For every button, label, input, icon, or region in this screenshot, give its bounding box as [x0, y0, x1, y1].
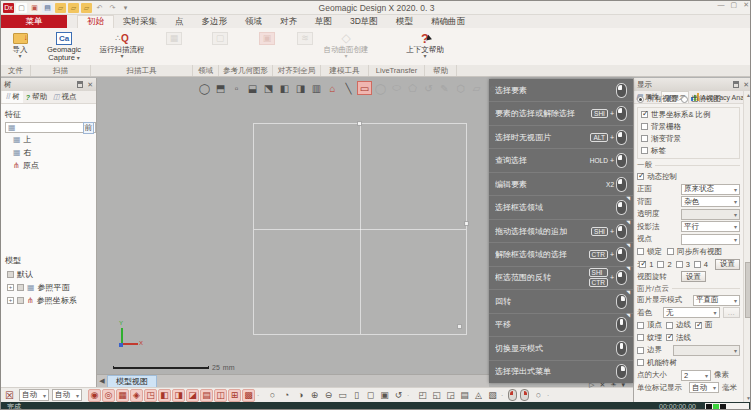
- line-select-icon[interactable]: ╲: [341, 81, 356, 95]
- plane-right-icon[interactable]: ▥: [309, 81, 324, 95]
- selection-filter-icon[interactable]: ☒: [3, 389, 16, 402]
- current-view-radio[interactable]: [681, 96, 688, 103]
- select-plus-mode-icon[interactable]: ⊞: [228, 389, 241, 402]
- extra-select-icon[interactable]: ◌: [485, 81, 500, 95]
- boundary-checkbox[interactable]: [637, 347, 644, 354]
- close-button[interactable]: ✕: [743, 1, 749, 9]
- tab-region[interactable]: 领域: [236, 15, 271, 28]
- circle-select-icon[interactable]: ◯: [373, 81, 388, 95]
- view-rotate-settings-button[interactable]: 设置: [681, 271, 706, 282]
- save-icon[interactable]: ▤: [42, 3, 53, 13]
- zoom-in-icon[interactable]: ⊕: [308, 389, 321, 402]
- hatch-icon[interactable]: ▧: [486, 389, 499, 402]
- select-corner2-mode-icon[interactable]: ◪: [186, 389, 199, 402]
- back-face-select[interactable]: 杂色▾: [681, 196, 740, 207]
- tree-item-default[interactable]: 默认: [5, 268, 96, 281]
- projection-select[interactable]: 平行▾: [681, 221, 740, 232]
- checkbox-icon[interactable]: [7, 271, 14, 278]
- select-circle-mode-icon[interactable]: ◎: [102, 389, 115, 402]
- scroll-thumb[interactable]: [745, 262, 751, 318]
- rect-select-icon[interactable]: ▭: [357, 81, 372, 95]
- tree-item-origin[interactable]: ⋔原点: [5, 159, 96, 172]
- close-icon[interactable]: ✕: [743, 81, 749, 89]
- light-4-checkbox[interactable]: [694, 261, 701, 268]
- feature-tree-checkbox[interactable]: [637, 359, 644, 366]
- checkbox-icon[interactable]: [17, 297, 24, 304]
- tree-item-top-plane[interactable]: ▦上: [5, 133, 96, 146]
- corner-br-icon[interactable]: ◲: [444, 389, 457, 402]
- zoom-out-icon[interactable]: ⊖: [322, 389, 335, 402]
- grid-handle-right[interactable]: [464, 221, 469, 226]
- panel-scrollbar[interactable]: ▲ ▼: [743, 91, 751, 402]
- pin-icon[interactable]: [733, 81, 739, 88]
- close-icon[interactable]: ✕: [87, 81, 93, 89]
- maximize-button[interactable]: ▢: [731, 1, 738, 9]
- tree-item-ref-coordsys[interactable]: +⋔参照坐标系: [5, 294, 96, 307]
- expand-icon[interactable]: +: [7, 284, 14, 291]
- menu-button[interactable]: 菜单: [1, 15, 67, 28]
- view-solid-icon[interactable]: ▣: [378, 389, 391, 402]
- vertex-checkbox[interactable]: [637, 322, 644, 329]
- world-coord-checkbox[interactable]: [641, 111, 648, 118]
- hex-select-icon[interactable]: ⬡: [453, 81, 468, 95]
- viewport[interactable]: ◯⬒▫⬓⬔◧◨▥⌂╲▭◯⬭⬠↺✎⬡▱◌ YX 25 mm ◀ 模型视图: [97, 78, 489, 387]
- tree-item-right-plane[interactable]: ▦右: [5, 146, 96, 159]
- solid-cube-icon[interactable]: ⬔: [261, 81, 276, 95]
- sync-all-views-checkbox[interactable]: [667, 248, 674, 255]
- all-views-radio[interactable]: [637, 96, 644, 103]
- import-button[interactable]: 导入 ▾: [5, 29, 35, 65]
- corner-bl-icon[interactable]: ◱: [430, 389, 443, 402]
- zoom-quarter-icon[interactable]: ◔: [280, 389, 293, 402]
- folder-icon[interactable]: ▱: [81, 3, 92, 13]
- pick-select-icon[interactable]: ▱: [469, 81, 484, 95]
- zoom-half-icon[interactable]: ◑: [294, 389, 307, 402]
- auto-mode-combo-1[interactable]: 自动▾: [19, 389, 49, 401]
- geomagic-capture-button[interactable]: Ca Geomagic Capture ▾: [37, 29, 91, 65]
- home-view-icon[interactable]: ⌂: [325, 81, 340, 95]
- tab-model[interactable]: 模型: [387, 15, 422, 28]
- grid-handle-corner[interactable]: [457, 324, 462, 329]
- tab-point[interactable]: 点: [166, 15, 193, 28]
- mesh-display-mode-select[interactable]: 平直面▾: [693, 295, 740, 306]
- select-shade-mode-icon[interactable]: ▩: [242, 389, 255, 402]
- minimize-button[interactable]: —: [718, 1, 725, 9]
- folder-icon[interactable]: ▱: [55, 3, 66, 13]
- view-tall-icon[interactable]: ▯: [350, 389, 363, 402]
- auto-mode-combo-2[interactable]: 自动▾: [52, 389, 82, 401]
- context-help-button[interactable]: ? 上下文帮助 ▾: [403, 29, 447, 65]
- panel-tab-tree[interactable]: ⠿树: [2, 91, 23, 103]
- plane-front-icon[interactable]: ◧: [277, 81, 292, 95]
- tab-3d-sketch[interactable]: 3D草图: [341, 15, 387, 28]
- scroll-down-icon[interactable]: ▼: [745, 395, 751, 401]
- tab-align[interactable]: 对齐: [271, 15, 306, 28]
- select-mesh-mode-icon[interactable]: ▦: [116, 389, 129, 402]
- panel-tab-help[interactable]: ?帮助: [23, 91, 50, 103]
- quick-access-caret-icon[interactable]: ▾: [120, 3, 131, 13]
- select-half-right-mode-icon[interactable]: ◨: [172, 389, 185, 402]
- select-split-mode-icon[interactable]: ◫: [214, 389, 227, 402]
- select-half-left-mode-icon[interactable]: ◧: [158, 389, 171, 402]
- checkbox-icon[interactable]: [17, 284, 24, 291]
- unit-select[interactable]: 自动▾: [689, 382, 719, 393]
- undo-icon[interactable]: ↶: [94, 3, 105, 13]
- pen-select-icon[interactable]: ✎: [437, 81, 452, 95]
- select-corner-mode-icon[interactable]: ◳: [144, 389, 157, 402]
- dynamic-control-checkbox[interactable]: [637, 173, 644, 180]
- rotate-select-icon[interactable]: ↺: [421, 81, 436, 95]
- plane-top-icon[interactable]: ◨: [293, 81, 308, 95]
- tab-polygon[interactable]: 多边形: [193, 15, 237, 28]
- redo-icon[interactable]: ↷: [107, 3, 118, 13]
- rows-icon[interactable]: ▤: [458, 389, 471, 402]
- ellipse-select-icon[interactable]: ⬭: [389, 81, 404, 95]
- front-face-select[interactable]: 原来状态▾: [681, 184, 740, 195]
- mouse-left-chip-icon[interactable]: [508, 389, 517, 401]
- run-scan-process-button[interactable]: ∴Q 运行扫描流程 ▾: [95, 29, 149, 65]
- open-project-icon[interactable]: ▣: [29, 3, 40, 13]
- zoom-circle-icon[interactable]: ○: [266, 389, 279, 402]
- fit-view-icon[interactable]: ▭: [336, 389, 349, 402]
- folder-icon[interactable]: ▱: [68, 3, 79, 13]
- tab-live-capture[interactable]: 实时采集: [114, 15, 166, 28]
- view-box-icon[interactable]: ◻: [364, 389, 377, 402]
- pin-icon[interactable]: [77, 81, 83, 88]
- gradient-background-checkbox[interactable]: [641, 135, 648, 142]
